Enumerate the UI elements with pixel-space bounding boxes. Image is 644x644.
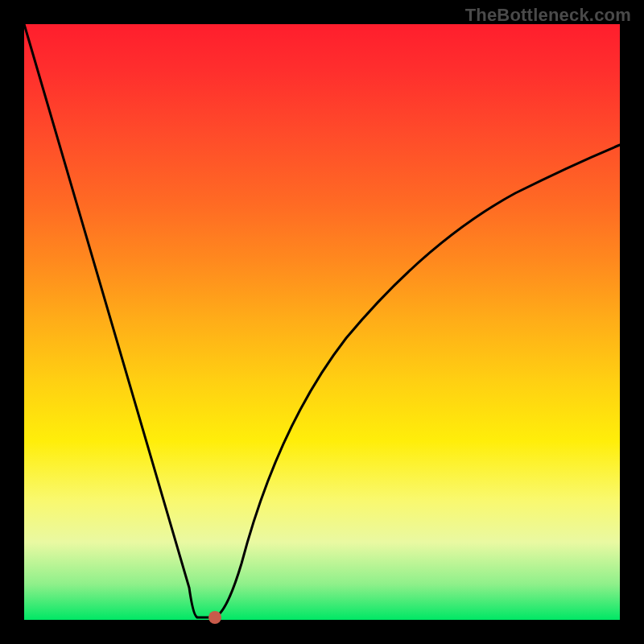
watermark-text: TheBottleneck.com [465,5,631,26]
chart-frame: TheBottleneck.com [0,0,644,644]
bottleneck-curve [24,24,620,620]
optimal-point-marker [208,611,221,624]
plot-area [24,24,620,620]
